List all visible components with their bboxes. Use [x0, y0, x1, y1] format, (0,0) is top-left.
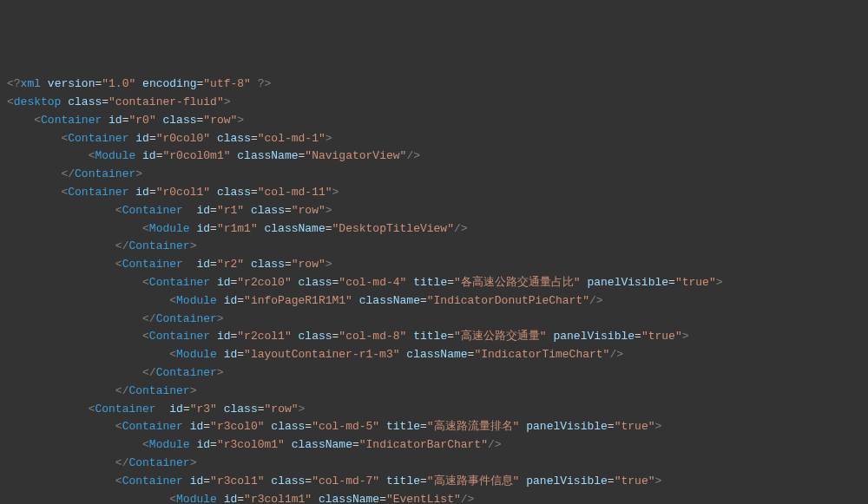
token-eq: =: [285, 204, 292, 217]
token-attr-name: id: [108, 114, 122, 127]
code-line: <Container id="r3" class="row">: [7, 401, 861, 419]
indent: [7, 493, 169, 504]
token-attr-value: "IndicatorBarChart": [359, 438, 488, 451]
token-eq: =: [305, 475, 312, 488]
token-bracket: >: [135, 167, 142, 180]
token-eq: =: [352, 438, 359, 451]
token-bracket: <: [115, 475, 122, 488]
token-attr-value: "utf-8": [203, 77, 251, 90]
indent: [7, 475, 115, 488]
token-bracket: >: [326, 258, 332, 271]
token-bracket: <: [142, 438, 149, 451]
token-attr-value: "col-md-4": [339, 276, 406, 289]
token-tag: Container: [128, 239, 189, 252]
token-plain: [217, 294, 224, 307]
token-attr-name: id: [190, 420, 204, 433]
indent: [7, 276, 142, 289]
token-bracket: >: [716, 276, 723, 289]
token-attr-name: class: [224, 403, 258, 416]
token-bracket: >: [682, 330, 689, 343]
token-attr-value: "r1": [217, 204, 244, 217]
indent: [7, 222, 142, 235]
token-tag: Container: [41, 114, 102, 127]
token-attr-value: "r3col1": [210, 475, 264, 488]
token-attr-value: "col-md-7": [312, 475, 379, 488]
token-attr-value: "r0col1": [156, 186, 210, 199]
token-bracket: <: [34, 114, 41, 127]
token-attr-value: "r3": [190, 403, 217, 416]
token-attr-name: id: [196, 438, 210, 451]
token-attr-value: "r2col0": [237, 276, 291, 289]
token-attr-value: "r3col0m1": [217, 438, 285, 451]
token-attr-value: "EventList": [386, 493, 461, 504]
token-attr-value: "col-md-8": [339, 330, 406, 343]
token-bracket: >: [190, 239, 197, 252]
token-attr-value: "r3col1m1": [244, 493, 312, 504]
code-line: <Container id="r1" class="row">: [7, 202, 861, 220]
token-plain: [183, 204, 197, 217]
indent: [7, 239, 115, 252]
token-eq: =: [285, 258, 292, 271]
token-pi: <?: [7, 77, 21, 90]
token-attr-name: class: [251, 258, 285, 271]
token-bracket: >: [332, 186, 339, 199]
token-pi: ?>: [258, 77, 272, 90]
token-attr-name: id: [224, 493, 238, 504]
token-eq: =: [420, 420, 427, 433]
token-plain: [244, 258, 251, 271]
token-eq: =: [635, 330, 641, 343]
token-plain: [251, 77, 258, 90]
token-tag: Container: [149, 330, 210, 343]
token-bracket: />: [406, 149, 420, 162]
token-plain: [183, 475, 190, 488]
token-attr-value: "NavigatorView": [305, 149, 406, 162]
token-bracket: <: [169, 294, 176, 307]
token-tag: Container: [75, 167, 135, 180]
token-bracket: <: [7, 95, 14, 108]
token-tag: Module: [149, 438, 190, 451]
token-bracket: </: [115, 239, 129, 252]
indent: [7, 384, 115, 397]
token-eq: =: [251, 186, 258, 199]
indent: [7, 149, 89, 162]
code-line: </Container>: [7, 364, 861, 383]
token-attr-name: encoding: [142, 77, 196, 90]
token-eq: =: [251, 132, 258, 145]
code-line: <Module id="infoPageR1R1M1" className="I…: [7, 292, 861, 311]
token-attr-name: id: [196, 258, 210, 271]
token-bracket: </: [61, 167, 75, 180]
token-attr-name: title: [386, 475, 420, 488]
token-attr-value: "true": [615, 475, 655, 488]
token-tag: Container: [156, 366, 217, 379]
token-eq: =: [210, 204, 217, 217]
token-tag: Module: [176, 493, 217, 504]
code-line: </Container>: [7, 166, 861, 184]
token-attr-value: "row": [265, 403, 299, 416]
token-bracket: <: [142, 330, 149, 343]
token-tag: Container: [128, 384, 189, 397]
token-attr-value: "IndicatorTimeChart": [474, 348, 609, 361]
token-attr-value: "1.0": [102, 77, 135, 90]
token-eq: =: [447, 330, 454, 343]
token-attr-name: className: [359, 294, 420, 307]
token-bracket: <: [115, 258, 122, 271]
token-bracket: >: [217, 312, 224, 325]
token-attr-value: "row": [292, 258, 326, 271]
token-eq: =: [183, 403, 190, 416]
token-plain: [292, 276, 299, 289]
token-tag: Container: [95, 403, 155, 416]
token-attr-name: id: [196, 222, 210, 235]
indent: [7, 456, 115, 469]
token-eq: =: [305, 420, 312, 433]
token-attr-name: class: [217, 132, 251, 145]
token-tag: Container: [156, 312, 217, 325]
token-eq: =: [237, 348, 244, 361]
token-bracket: >: [217, 366, 224, 379]
token-attr-name: panelVisible: [526, 420, 608, 433]
token-attr-name: id: [217, 330, 231, 343]
token-eq: =: [379, 493, 386, 504]
token-eq: =: [203, 475, 210, 488]
token-eq: =: [203, 420, 210, 433]
token-attr-name: class: [271, 475, 305, 488]
token-attr-name: class: [217, 186, 251, 199]
